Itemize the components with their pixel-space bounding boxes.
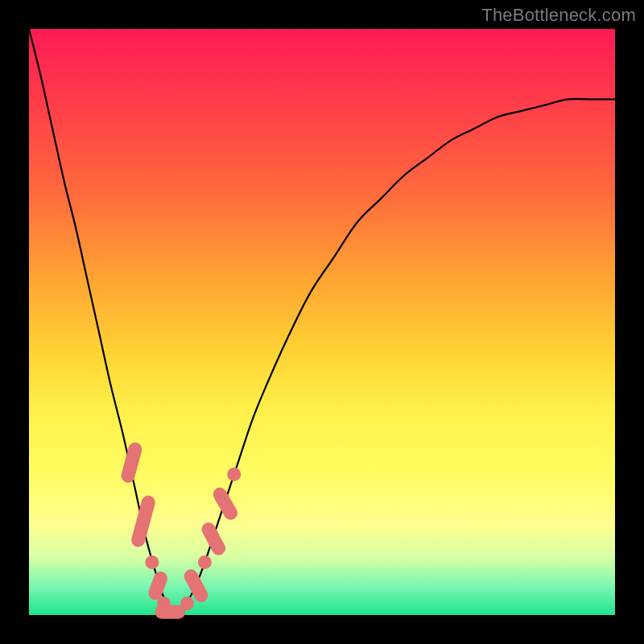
bottleneck-curve [29, 29, 615, 615]
curve-marker-pill [211, 485, 241, 522]
curve-marker-dot [145, 555, 159, 569]
curve-marker-dot [198, 555, 212, 569]
curve-marker-pill [130, 494, 156, 549]
watermark-text: TheBottleneck.com [481, 5, 636, 26]
curve-marker-dot [180, 597, 194, 610]
curve-layer [29, 29, 615, 615]
chart-frame: TheBottleneck.com [0, 0, 644, 644]
curve-marker-pill [200, 520, 229, 558]
plot-area [29, 29, 615, 615]
curve-marker-pill [120, 441, 144, 485]
marker-group [120, 441, 242, 619]
curve-marker-dot [227, 468, 241, 481]
